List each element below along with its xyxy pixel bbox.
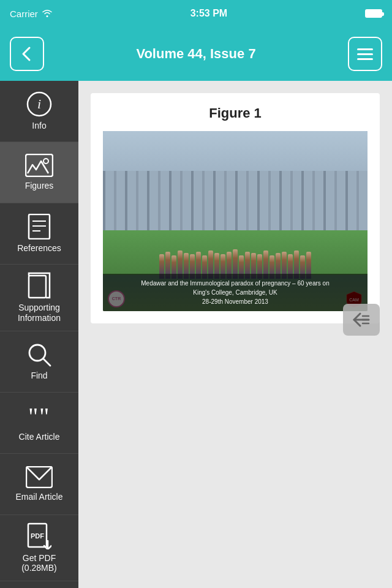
sidebar: i Info Figures: [0, 81, 78, 588]
nav-bar: Volume 44, Issue 7: [0, 27, 392, 81]
sidebar-item-cite-label: Cite Article: [19, 432, 60, 442]
sidebar-item-pdf[interactable]: PDF Get PDF(0.28MB): [0, 515, 78, 582]
svg-text:": ": [39, 404, 49, 428]
wifi-icon: [42, 9, 53, 18]
status-battery: [365, 9, 382, 18]
nav-title: Volume 44, Issue 7: [136, 46, 255, 62]
svg-line-10: [43, 359, 50, 366]
status-time: 3:53 PM: [190, 8, 227, 19]
scroll-left-icon: [350, 311, 372, 328]
sidebar-item-pdf-label: Get PDF(0.28MB): [21, 553, 57, 574]
caption-line2: King's College, Cambridge, UK: [109, 288, 361, 297]
svg-text:": ": [28, 404, 38, 428]
search-icon: [27, 342, 51, 367]
svg-rect-8: [29, 276, 46, 298]
pdf-icon: PDF: [27, 522, 51, 549]
sidebar-item-find[interactable]: Find: [0, 331, 78, 393]
caption-line1: Medawar and the Immunological paradox of…: [109, 279, 361, 288]
caption-line3: 28-29th November 2013: [109, 297, 361, 306]
battery-icon: [365, 9, 382, 18]
figures-icon: [25, 154, 53, 177]
sidebar-item-find-label: Find: [31, 371, 47, 381]
svg-point-3: [43, 159, 48, 164]
menu-line-3: [357, 58, 373, 60]
references-icon: [27, 214, 51, 239]
menu-line-1: [357, 48, 373, 50]
email-icon: [26, 466, 53, 488]
content-area: Figure 1: [78, 81, 392, 588]
menu-button[interactable]: [348, 37, 382, 71]
info-icon: i: [26, 91, 52, 117]
sidebar-item-supporting[interactable]: SupportingInformation: [0, 265, 78, 331]
sidebar-item-references-label: References: [17, 243, 61, 254]
figure-title: Figure 1: [103, 105, 368, 121]
svg-text:PDF: PDF: [31, 532, 44, 540]
cite-icon: " ": [26, 404, 53, 428]
photo-caption: Medawar and the Immunological paradox of…: [103, 274, 368, 311]
sidebar-item-info[interactable]: i Info: [0, 81, 78, 142]
figure-card: Figure 1: [91, 93, 380, 323]
photo-people: [116, 216, 355, 279]
sidebar-item-figures[interactable]: Figures: [0, 142, 78, 203]
carrier-label: Carrier: [10, 9, 38, 19]
main-layout: i Info Figures: [0, 81, 392, 588]
sidebar-item-info-label: Info: [32, 121, 46, 131]
status-carrier: Carrier: [10, 9, 53, 19]
sidebar-item-references[interactable]: References: [0, 203, 78, 265]
menu-line-2: [357, 53, 373, 55]
back-arrow-icon: [18, 45, 36, 62]
svg-text:i: i: [37, 96, 41, 111]
sidebar-item-email-label: Email Article: [15, 492, 62, 502]
scroll-button[interactable]: [343, 304, 380, 336]
supporting-icon: [28, 272, 51, 299]
back-button[interactable]: [10, 37, 44, 71]
sidebar-item-supporting-label: SupportingInformation: [18, 303, 61, 323]
photo-container: CTR CAM Medawar and the Immunological pa…: [103, 131, 368, 311]
sidebar-item-cite[interactable]: " " Cite Article: [0, 393, 78, 454]
sidebar-item-figures-label: Figures: [25, 181, 54, 191]
sidebar-item-email[interactable]: Email Article: [0, 454, 78, 515]
figure-image: CTR CAM Medawar and the Immunological pa…: [103, 131, 368, 311]
status-bar: Carrier 3:53 PM: [0, 0, 392, 27]
